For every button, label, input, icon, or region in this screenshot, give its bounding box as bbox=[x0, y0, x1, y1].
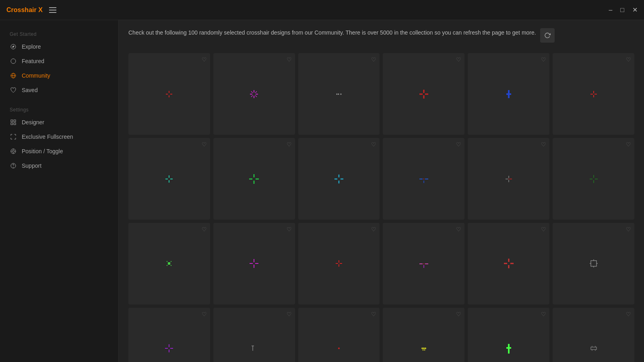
crosshair-card-16[interactable]: ♡ bbox=[383, 223, 464, 304]
close-button[interactable]: ✕ bbox=[632, 7, 638, 13]
crosshair-card-21[interactable]: ♡ bbox=[298, 308, 380, 362]
heart-btn-23[interactable]: ♡ bbox=[541, 311, 546, 317]
compass-icon bbox=[10, 43, 17, 50]
svg-rect-6 bbox=[11, 120, 13, 122]
crosshair-card-15[interactable]: ♡ bbox=[298, 223, 380, 304]
main-layout: Get Started Explore Featured Community S… bbox=[0, 20, 644, 362]
crosshair-card-5[interactable]: ♡ bbox=[468, 53, 549, 135]
heart-btn-4[interactable]: ♡ bbox=[456, 56, 461, 63]
crosshair-card-23[interactable]: ♡ bbox=[468, 308, 549, 362]
crosshair-card-10[interactable]: ♡ bbox=[383, 138, 464, 220]
app-title: Crosshair X bbox=[6, 6, 43, 14]
sidebar-item-designer[interactable]: Designer bbox=[0, 115, 118, 130]
heart-btn-3[interactable]: ♡ bbox=[371, 56, 376, 63]
maximize-button[interactable]: □ bbox=[620, 7, 624, 13]
heart-btn-1[interactable]: ♡ bbox=[202, 56, 207, 63]
crosshair-card-8[interactable]: ♡ bbox=[213, 138, 295, 220]
svg-rect-115 bbox=[508, 346, 510, 347]
svg-line-29 bbox=[255, 95, 257, 97]
crosshair-card-11[interactable]: ♡ bbox=[468, 138, 549, 220]
heart-btn-20[interactable]: ♡ bbox=[287, 311, 292, 317]
heart-btn-11[interactable]: ♡ bbox=[541, 141, 546, 148]
crosshair-card-12[interactable]: ♡ bbox=[553, 138, 634, 220]
crosshair-card-6[interactable]: ♡ bbox=[553, 53, 634, 135]
crosshair-9 bbox=[331, 171, 347, 187]
sidebar-item-position-toggle[interactable]: Position / Toggle bbox=[0, 144, 118, 158]
heart-btn-10[interactable]: ♡ bbox=[456, 141, 461, 148]
crosshair-card-2[interactable]: ♡ bbox=[213, 53, 295, 135]
featured-label: Featured bbox=[22, 58, 44, 64]
heart-icon bbox=[10, 86, 17, 94]
crosshair-16 bbox=[416, 256, 432, 272]
sidebar-item-support[interactable]: Support bbox=[0, 158, 118, 173]
crosshair-18 bbox=[586, 255, 602, 272]
svg-rect-91 bbox=[423, 263, 424, 264]
crosshair-7 bbox=[161, 171, 177, 187]
grid-icon bbox=[10, 119, 17, 126]
support-label: Support bbox=[22, 162, 41, 169]
crosshair-card-9[interactable]: ♡ bbox=[298, 138, 380, 220]
svg-rect-9 bbox=[14, 123, 16, 125]
heart-btn-13[interactable]: ♡ bbox=[202, 226, 207, 232]
heart-btn-2[interactable]: ♡ bbox=[287, 56, 292, 63]
crosshair-card-19[interactable]: ♡ bbox=[128, 308, 210, 362]
heart-btn-9[interactable]: ♡ bbox=[371, 141, 376, 148]
heart-btn-18[interactable]: ♡ bbox=[626, 226, 631, 232]
heart-btn-21[interactable]: ♡ bbox=[371, 311, 376, 317]
app-title-accent: X bbox=[37, 6, 43, 13]
crosshair-17 bbox=[501, 255, 517, 272]
refresh-button[interactable] bbox=[540, 28, 555, 43]
question-icon bbox=[10, 162, 17, 169]
sidebar-item-community[interactable]: Community bbox=[0, 68, 118, 83]
crosshair-5 bbox=[501, 86, 517, 102]
svg-rect-39 bbox=[506, 93, 508, 95]
svg-rect-74 bbox=[169, 262, 170, 263]
position-toggle-label: Position / Toggle bbox=[22, 148, 63, 154]
crosshair-card-20[interactable]: ♡ bbox=[213, 308, 295, 362]
hamburger-menu[interactable] bbox=[49, 7, 56, 13]
svg-point-110 bbox=[423, 348, 425, 349]
crosshair-card-4[interactable]: ♡ bbox=[383, 53, 464, 135]
crosshair-card-22[interactable]: ♡ bbox=[383, 308, 464, 362]
star-icon bbox=[10, 58, 17, 65]
crosshair-card-18[interactable]: ♡ bbox=[553, 223, 634, 304]
heart-btn-19[interactable]: ♡ bbox=[202, 311, 207, 317]
exclusive-fullscreen-label: Exclusive Fullscreen bbox=[22, 134, 73, 140]
svg-rect-75 bbox=[168, 263, 169, 265]
svg-rect-118 bbox=[510, 347, 511, 349]
svg-rect-79 bbox=[167, 265, 167, 266]
sidebar-item-featured[interactable]: Featured bbox=[0, 54, 118, 68]
minimize-button[interactable]: – bbox=[609, 7, 612, 13]
heart-btn-22[interactable]: ♡ bbox=[456, 311, 461, 317]
explore-label: Explore bbox=[22, 43, 41, 50]
heart-btn-12[interactable]: ♡ bbox=[626, 141, 631, 148]
svg-marker-1 bbox=[12, 45, 14, 48]
hamburger-line-3 bbox=[49, 12, 56, 13]
crosshair-card-13[interactable]: ♡ bbox=[128, 223, 210, 304]
heart-btn-14[interactable]: ♡ bbox=[287, 226, 292, 232]
svg-line-28 bbox=[251, 95, 253, 97]
sidebar-item-exclusive-fullscreen[interactable]: Exclusive Fullscreen bbox=[0, 130, 118, 144]
crosshair-card-1[interactable]: ♡ bbox=[128, 53, 210, 135]
crosshair-grid: ♡ ♡ bbox=[128, 53, 634, 362]
heart-btn-8[interactable]: ♡ bbox=[287, 141, 292, 148]
sidebar-item-explore[interactable]: Explore bbox=[0, 39, 118, 54]
crosshair-card-17[interactable]: ♡ bbox=[468, 223, 549, 304]
heart-btn-15[interactable]: ♡ bbox=[371, 226, 376, 232]
heart-btn-7[interactable]: ♡ bbox=[202, 141, 207, 148]
svg-rect-40 bbox=[508, 93, 510, 95]
crosshair-21 bbox=[331, 340, 347, 356]
svg-line-26 bbox=[251, 91, 253, 93]
heart-btn-24[interactable]: ♡ bbox=[626, 311, 631, 317]
crosshair-card-14[interactable]: ♡ bbox=[213, 223, 295, 304]
sidebar-item-saved[interactable]: Saved bbox=[0, 83, 118, 97]
crosshair-card-7[interactable]: ♡ bbox=[128, 138, 210, 220]
svg-point-68 bbox=[508, 179, 509, 179]
crosshair-card-24[interactable]: ♡ bbox=[553, 308, 634, 362]
heart-btn-16[interactable]: ♡ bbox=[456, 226, 461, 232]
heart-btn-6[interactable]: ♡ bbox=[626, 56, 631, 63]
crosshair-card-3[interactable]: ♡ bbox=[298, 53, 380, 135]
heart-btn-5[interactable]: ♡ bbox=[541, 56, 546, 63]
crosshair-2 bbox=[246, 86, 262, 102]
heart-btn-17[interactable]: ♡ bbox=[541, 226, 546, 232]
